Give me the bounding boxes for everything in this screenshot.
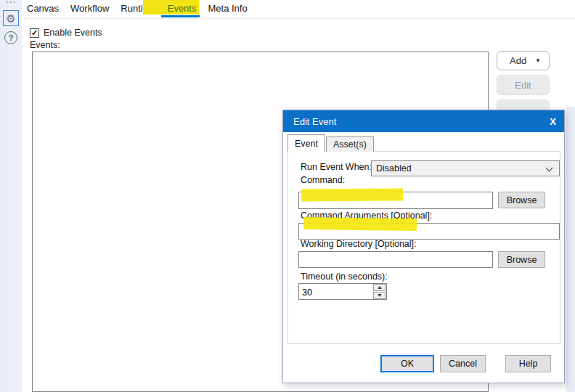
dialog-tab-strip: Event Asset(s) [288, 134, 374, 152]
command-arguments-label: Command Arguments [Optional]: [301, 211, 432, 221]
timeout-spinner [298, 283, 387, 300]
help-icon[interactable]: ? [4, 31, 17, 44]
main-tab-bar: Canvas Workflow Runtime Events Meta Info [22, 0, 575, 19]
help-glyph: ? [9, 33, 14, 42]
dialog-tab-assets[interactable]: Asset(s) [326, 136, 374, 152]
ok-button[interactable]: OK [380, 355, 434, 372]
add-button-label: Add [510, 55, 526, 66]
working-directory-label: Working Directory [Optional]: [301, 239, 417, 249]
edit-event-dialog: Edit Event X Event Asset(s) Run Event Wh… [282, 110, 565, 383]
spin-up-icon [378, 286, 382, 289]
checkmark-icon: ✓ [31, 28, 38, 38]
left-toolbar: ⋯ ⚙ ? [0, 0, 22, 392]
add-button[interactable]: Add ▼ [497, 51, 550, 70]
command-label: Command: [301, 175, 345, 185]
spin-down-icon [378, 294, 382, 297]
enable-events-label: Enable Events [44, 28, 102, 38]
tab-meta-info[interactable]: Meta Info [208, 0, 247, 19]
close-icon[interactable]: X [550, 110, 556, 132]
run-event-when-label: Run Event When: [301, 162, 372, 172]
dialog-title: Edit Event [283, 116, 336, 127]
run-event-when-value: Disabled [376, 163, 412, 173]
tab-workflow[interactable]: Workflow [70, 0, 109, 19]
active-tab-underline [161, 15, 200, 17]
tab-events[interactable]: Events [168, 0, 197, 19]
edit-button-label: Edit [515, 80, 531, 91]
dialog-tab-event[interactable]: Event [288, 134, 325, 152]
run-event-when-select[interactable]: Disabled [371, 160, 560, 176]
gear-icon: ⚙ [6, 13, 15, 24]
chevron-down-icon [546, 165, 553, 172]
command-arguments-input[interactable] [298, 223, 560, 240]
working-directory-browse-button[interactable]: Browse [498, 251, 545, 268]
tab-canvas[interactable]: Canvas [27, 0, 59, 19]
help-button[interactable]: Help [505, 355, 551, 372]
timeout-label: Timeout (in seconds): [301, 271, 388, 282]
app-window: ⋯ ⚙ ? Canvas Workflow Runtime Events Met… [0, 0, 575, 392]
settings-tool-selected[interactable]: ⚙ [3, 10, 19, 26]
add-dropdown-arrow-icon: ▼ [535, 57, 541, 64]
working-directory-input[interactable] [298, 251, 493, 268]
dialog-title-bar[interactable]: Edit Event [283, 110, 564, 132]
overflow-dots-icon[interactable]: ⋯ [5, 0, 17, 9]
edit-button[interactable]: Edit [497, 75, 550, 95]
enable-events-row: ✓ Enable Events [30, 28, 102, 38]
events-list-label: Events: [30, 40, 60, 50]
timeout-input[interactable] [299, 284, 372, 299]
cancel-button[interactable]: Cancel [440, 355, 486, 372]
right-background-strip [566, 107, 575, 392]
command-browse-button[interactable]: Browse [498, 192, 545, 208]
spin-up-button[interactable] [373, 284, 386, 291]
command-input[interactable] [298, 192, 493, 209]
enable-events-checkbox[interactable]: ✓ [30, 28, 39, 38]
spin-down-button[interactable] [373, 292, 386, 299]
